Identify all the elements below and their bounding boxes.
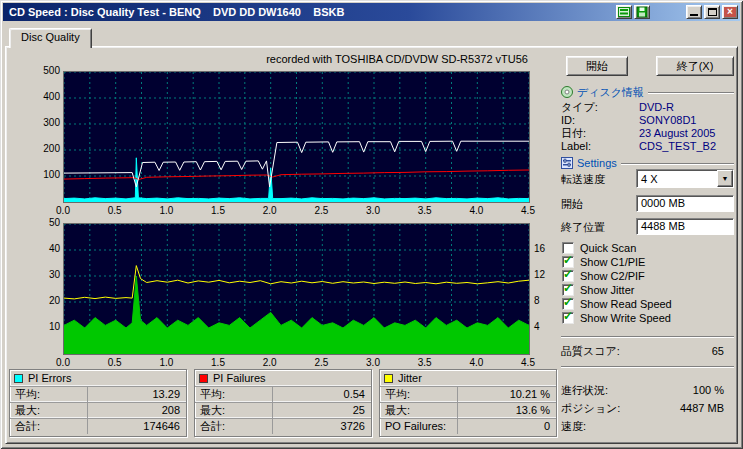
axis-tick-label: 3.0 <box>361 357 385 368</box>
stat-value: 0 <box>458 419 556 434</box>
check-icon: ✓ <box>563 267 573 281</box>
field-label: 開始 <box>561 198 583 211</box>
chart2-y-axis-right: 161284 <box>534 223 560 353</box>
axis-tick-label: 3.0 <box>361 205 385 216</box>
stat-label: 最大: <box>195 403 273 418</box>
disc-label-row: Label:CDS_TEST_B2 <box>561 140 734 153</box>
field-label: 進行状況: <box>561 384 608 397</box>
axis-tick-label: 500 <box>26 65 60 76</box>
axis-tick-label: 2.0 <box>258 205 282 216</box>
stat-row: 最大:13.6 % <box>380 402 556 418</box>
stat-label: 合計: <box>195 419 273 434</box>
checkbox-box[interactable]: ✓ <box>562 312 574 324</box>
pi-errors-swatch-icon <box>14 374 23 383</box>
statbox-title: Jitter <box>398 372 422 384</box>
checkbox-show-write-speed[interactable]: ✓Show Write Speed <box>561 312 734 325</box>
chart2-plot <box>63 223 530 355</box>
axis-tick-label: 4.0 <box>464 205 488 216</box>
field-label: Label: <box>561 140 591 153</box>
stat-label: 平均: <box>380 387 458 402</box>
axis-tick-label: 8 <box>534 295 560 306</box>
chart2-y-axis-left: 5040302010 <box>26 223 60 353</box>
disc-icon <box>561 86 573 98</box>
start-button[interactable]: 開始 <box>566 56 628 76</box>
maximize-button[interactable] <box>704 5 720 19</box>
axis-tick-label: 50 <box>26 217 60 228</box>
axis-tick-label: 2.5 <box>309 205 333 216</box>
stat-row: 最大:25 <box>195 402 371 418</box>
statbox-title: PI Failures <box>213 372 266 384</box>
pi-errors-box: PI Errors 平均:13.29 最大:208 合計:174646 <box>9 369 187 437</box>
app-window: CD Speed : Disc Quality Test - BENQ DVD … <box>0 0 743 449</box>
stat-value: 3726 <box>273 419 371 434</box>
pi-failures-swatch-icon <box>199 374 208 383</box>
chevron-down-icon[interactable]: ▼ <box>717 170 733 187</box>
axis-tick-label: 3.5 <box>413 205 437 216</box>
check-icon: ✓ <box>563 281 573 295</box>
titlebar-utility-icon-1[interactable] <box>616 5 632 19</box>
field-label: タイプ: <box>561 101 598 114</box>
stat-row: PO Failures:0 <box>380 418 556 434</box>
recorded-with-text: recorded with TOSHIBA CD/DVDW SD-R5372 v… <box>63 53 528 65</box>
field-label: ID: <box>561 114 575 127</box>
stat-label: 最大: <box>10 403 88 418</box>
titlebar-spacer <box>650 12 684 13</box>
minimize-icon <box>690 14 698 16</box>
checkbox-show-jitter[interactable]: ✓Show Jitter <box>561 284 734 297</box>
statbox-header: Jitter <box>380 370 556 386</box>
titlebar-utility-icon-2[interactable] <box>634 5 650 19</box>
axis-tick-label: 20 <box>26 295 60 306</box>
checkbox-show-read-speed[interactable]: ✓Show Read Speed <box>561 298 734 311</box>
grid-icon <box>618 6 630 18</box>
exit-button[interactable]: 終了(X) <box>656 56 734 76</box>
check-icon: ✓ <box>563 309 573 323</box>
field-label: ポジション: <box>561 402 620 415</box>
axis-tick-label: 200 <box>26 143 60 154</box>
stat-label: 平均: <box>10 387 88 402</box>
checkbox-show-c1-pie[interactable]: ✓Show C1/PIE <box>561 256 734 269</box>
transfer-speed-value: 4 X <box>637 170 717 187</box>
start-position-input[interactable]: 0000 MB <box>636 195 734 212</box>
field-value: 23 August 2005 <box>639 127 715 140</box>
transfer-speed-select[interactable]: 4 X ▼ <box>636 169 734 188</box>
axis-tick-label: 16 <box>534 243 560 254</box>
speed-row: 速度: <box>561 420 734 433</box>
axis-tick-label: 2.5 <box>309 357 333 368</box>
stat-row: 平均:10.21 % <box>380 386 556 402</box>
field-value: DVD-R <box>639 101 674 114</box>
pi-failures-box: PI Failures 平均:0.54 最大:25 合計:3726 <box>194 369 372 437</box>
separator <box>561 366 734 368</box>
chart1-x-axis: 0.00.51.01.52.02.53.03.54.04.5 <box>63 205 528 217</box>
settings-title: Settings <box>577 157 617 169</box>
disc-info-header: ディスク情報 <box>561 85 734 99</box>
statbox-title: PI Errors <box>28 372 71 384</box>
tab-disc-quality[interactable]: Disc Quality <box>9 28 92 48</box>
window-title: CD Speed : Disc Quality Test - BENQ DVD … <box>5 6 614 18</box>
stat-row: 合計:3726 <box>195 418 371 434</box>
checkbox-label: Show Read Speed <box>580 298 672 311</box>
axis-tick-label: 3.5 <box>413 357 437 368</box>
titlebar[interactable]: CD Speed : Disc Quality Test - BENQ DVD … <box>3 3 740 21</box>
quality-score-row: 品質スコア:65 <box>561 345 734 358</box>
minimize-button[interactable] <box>686 5 702 19</box>
c1-pie-area <box>64 158 529 202</box>
close-button[interactable]: × <box>722 5 738 19</box>
stat-value: 208 <box>88 403 186 418</box>
end-position-input[interactable]: 4488 MB <box>636 218 734 235</box>
checkbox-quick-scan[interactable]: ✓Quick Scan <box>561 242 734 255</box>
stat-label: 平均: <box>195 387 273 402</box>
maximize-icon <box>708 8 717 16</box>
disc-id-row: ID:SONY08D1 <box>561 114 734 127</box>
quality-score-value: 65 <box>712 345 724 358</box>
checkbox-show-c2-pif[interactable]: ✓Show C2/PIF <box>561 270 734 283</box>
axis-tick-label: 400 <box>26 91 60 102</box>
checkbox-label: Show C2/PIF <box>580 270 645 283</box>
separator <box>561 336 734 338</box>
axis-tick-label: 1.0 <box>154 357 178 368</box>
field-value: CDS_TEST_B2 <box>639 140 716 153</box>
field-label: 速度: <box>561 420 586 433</box>
disc-info-title: ディスク情報 <box>577 85 644 100</box>
stat-row: 合計:174646 <box>10 418 186 434</box>
checkbox-label: Show C1/PIE <box>580 256 645 269</box>
settings-header: Settings <box>561 156 734 170</box>
